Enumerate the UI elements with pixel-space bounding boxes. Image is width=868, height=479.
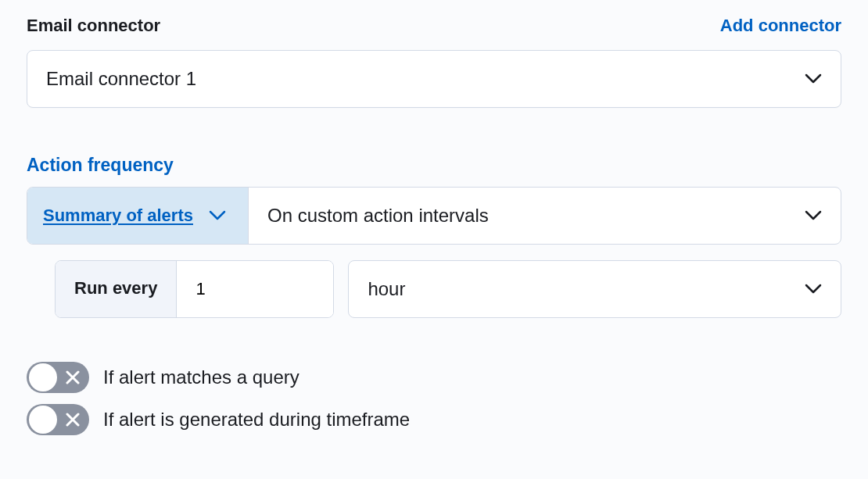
toggle-knob [29,363,57,391]
action-interval-value: On custom action intervals [267,205,489,227]
chevron-down-icon [805,210,822,221]
run-every-unit-select[interactable]: hour [348,260,841,318]
alert-matches-query-toggle[interactable] [27,362,89,393]
action-interval-select[interactable]: On custom action intervals [249,188,841,244]
chevron-down-icon [805,73,822,84]
chevron-down-icon [209,210,226,221]
alert-timeframe-toggle[interactable] [27,404,89,435]
x-icon [66,370,80,384]
chevron-down-icon [805,284,822,295]
add-connector-link[interactable]: Add connector [720,16,841,36]
connector-select-value: Email connector 1 [46,68,196,90]
email-connector-label: Email connector [27,16,160,36]
toggle-knob [29,406,57,434]
run-every-unit-value: hour [368,278,405,300]
run-every-input[interactable] [177,261,333,317]
alert-timeframe-label: If alert is generated during timeframe [103,409,410,431]
run-every-label: Run every [56,261,177,317]
alert-matches-query-label: If alert matches a query [103,366,299,388]
summary-of-alerts-select[interactable]: Summary of alerts [27,188,249,244]
x-icon [66,413,80,427]
connector-select[interactable]: Email connector 1 [27,50,841,108]
summary-of-alerts-label: Summary of alerts [43,206,193,226]
action-frequency-label: Action frequency [27,155,841,176]
